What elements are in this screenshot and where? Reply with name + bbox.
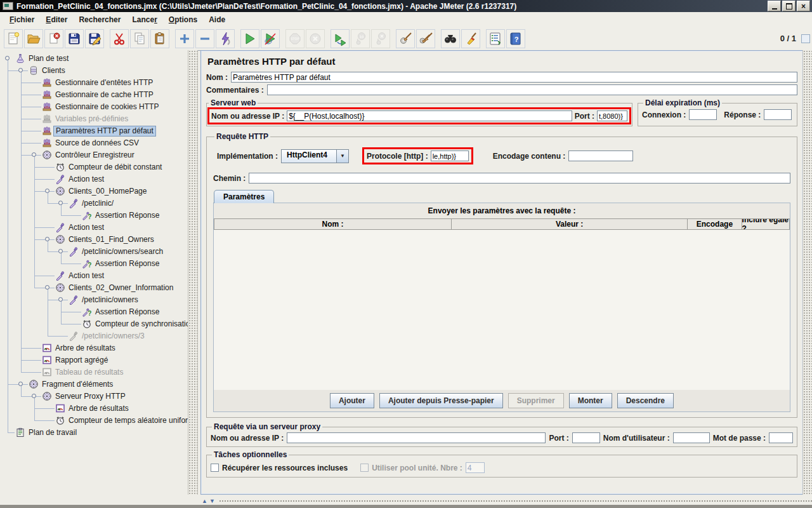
connect-timeout-input[interactable] <box>689 109 717 120</box>
menu-editer[interactable]: Editer <box>40 13 73 26</box>
tree-item-label[interactable]: Contrôleur Enregistreur <box>53 150 136 160</box>
tree-item[interactable]: Arbre de résultats <box>0 342 188 354</box>
tree-item-label[interactable]: Action test <box>67 223 106 232</box>
tree-item-label[interactable]: Variables pré-définies <box>53 114 130 124</box>
remote-start-icon[interactable] <box>331 29 350 48</box>
tree-item-label[interactable]: Clients_01_Find_Owners <box>67 235 156 244</box>
tree-expander-icon[interactable] <box>58 249 63 253</box>
clear-all-icon[interactable] <box>416 29 435 48</box>
path-input[interactable] <box>249 173 790 184</box>
tree-expander-icon[interactable] <box>5 56 10 60</box>
tree-item[interactable]: /petclinic/owners <box>0 294 188 306</box>
tree-item[interactable]: Clients_01_Find_Owners <box>0 234 188 246</box>
copy-icon[interactable] <box>130 29 149 48</box>
content-encoding-input[interactable] <box>568 150 633 161</box>
tree-item-label[interactable]: Action test <box>67 271 106 281</box>
tree-item-label[interactable]: Serveur Proxy HTTP <box>53 392 128 401</box>
tree-item[interactable]: Tableau de résultats <box>0 366 188 378</box>
tree-item[interactable]: Compteur de débit constant <box>0 161 188 173</box>
tree-item-label[interactable]: /petclinic/owners/search <box>80 247 165 257</box>
collapse-all-icon[interactable] <box>195 29 214 48</box>
tree-expander-icon[interactable] <box>45 237 49 241</box>
tree-item[interactable]: Clients_00_HomePage <box>0 185 188 197</box>
menu-lancer[interactable]: Lancer <box>126 13 162 26</box>
tree-item-label[interactable]: Arbre de résultats <box>53 344 117 353</box>
maximize-button[interactable] <box>782 1 796 11</box>
tree-item-label[interactable]: Rapport agrégé <box>53 356 110 365</box>
close-button[interactable]: × <box>797 1 810 11</box>
param-table-body[interactable] <box>214 230 790 390</box>
close-file-icon[interactable] <box>44 29 63 48</box>
retrieve-resources-checkbox[interactable] <box>211 464 219 472</box>
tree-expander-icon[interactable] <box>18 68 23 72</box>
splitter-down-icon[interactable]: ▼ <box>209 498 215 504</box>
menu-rechercher[interactable]: Rechercher <box>73 13 126 26</box>
proxy-port-input[interactable] <box>572 432 600 443</box>
proxy-host-input[interactable] <box>287 432 546 443</box>
tree-item[interactable]: Source de données CSV <box>0 137 188 149</box>
save-icon[interactable] <box>65 29 84 48</box>
new-file-icon[interactable] <box>4 29 23 48</box>
start-no-timers-icon[interactable] <box>261 29 280 48</box>
tree-item[interactable]: Gestionnaire de cache HTTP <box>0 89 188 101</box>
tree-item-label[interactable]: Source de données CSV <box>53 138 141 148</box>
tree-item-label[interactable]: Clients_00_HomePage <box>67 187 148 196</box>
help-icon[interactable]: ? <box>506 29 525 48</box>
tree-item[interactable]: Action test <box>0 270 188 282</box>
ajouter-depuis-presse-papier-button[interactable]: Ajouter depuis Presse-papier <box>379 393 503 408</box>
tree-item[interactable]: /petclinic/ <box>0 197 188 210</box>
clear-icon[interactable] <box>396 29 415 48</box>
search-reset-icon[interactable] <box>461 29 480 48</box>
comments-input[interactable] <box>267 84 797 95</box>
menu-fichier[interactable]: Fichier <box>4 13 40 26</box>
proxy-pass-input[interactable] <box>769 432 793 443</box>
tree-item-label[interactable]: Assertion Réponse <box>93 259 161 269</box>
tree-expander-icon[interactable] <box>45 189 49 193</box>
tree-item[interactable]: ?Assertion Réponse <box>0 306 188 318</box>
tree-item[interactable]: Action test <box>0 173 188 185</box>
tree-item[interactable]: Plan de travail <box>0 427 188 439</box>
tree-item[interactable]: Serveur Proxy HTTP <box>0 391 188 403</box>
response-timeout-input[interactable] <box>764 109 792 120</box>
tree-item-label[interactable]: Assertion Réponse <box>93 211 161 220</box>
tree-item-label[interactable]: Fragment d'éléments <box>40 380 115 389</box>
tree-item-label[interactable]: Arbre de résultats <box>67 404 131 413</box>
cut-icon[interactable] <box>110 29 129 48</box>
search-icon[interactable] <box>441 29 460 48</box>
implementation-select[interactable]: HttpClient4 ▼ <box>281 149 349 163</box>
tree-item-label[interactable]: Paramètres HTTP par défaut <box>53 126 156 137</box>
tree-expander-icon[interactable] <box>58 297 63 302</box>
tree-item-label[interactable]: Compteur de débit constant <box>67 163 164 172</box>
param-column-header[interactable]: Encodage <box>688 218 742 230</box>
expand-all-icon[interactable] <box>175 29 194 48</box>
param-column-header[interactable]: Valeur : <box>452 218 688 230</box>
proxy-user-input[interactable] <box>673 432 710 443</box>
log-splitter[interactable]: ▲ ▼ <box>200 497 812 505</box>
ajouter-button[interactable]: Ajouter <box>330 393 374 408</box>
toggle-icon[interactable] <box>216 29 235 48</box>
tree-item-label[interactable]: Tableau de résultats <box>53 368 125 377</box>
monter-button[interactable]: Monter <box>569 393 612 408</box>
tree-item[interactable]: Clients <box>0 65 188 77</box>
tree-item[interactable]: Clients_02_Owner_Information <box>0 282 188 294</box>
tree-scrollbar[interactable] <box>188 50 198 495</box>
tree-expander-icon[interactable] <box>58 201 63 205</box>
protocol-input[interactable] <box>431 150 469 161</box>
tree-item[interactable]: ?Assertion Réponse <box>0 258 188 270</box>
menu-options[interactable]: Options <box>163 13 203 26</box>
save-as-icon[interactable] <box>85 29 104 48</box>
tree-item[interactable]: Fragment d'éléments <box>0 378 188 391</box>
tree-item[interactable]: Variables pré-définies <box>0 113 188 125</box>
tab-parametres[interactable]: Paramètres <box>214 190 274 203</box>
tree-item-label[interactable]: /petclinic/ <box>80 199 115 208</box>
tree-item[interactable]: Compteur de synchronisation <box>0 318 188 330</box>
tree-item[interactable]: Plan de test <box>0 53 188 65</box>
function-helper-icon[interactable] <box>486 29 505 48</box>
minimize-button[interactable] <box>768 1 781 11</box>
tree-item-label[interactable]: Compteur de temps aléatoire uniforme <box>67 416 188 425</box>
tree-item[interactable]: /petclinic/owners/3 <box>0 330 188 342</box>
tree-item[interactable]: Arbre de résultats <box>0 403 188 415</box>
tree-item[interactable]: Gestionnaire d'entêtes HTTP <box>0 77 188 89</box>
tree-item-label[interactable]: Action test <box>67 175 106 184</box>
tree-item-label[interactable]: /petclinic/owners <box>80 295 140 305</box>
